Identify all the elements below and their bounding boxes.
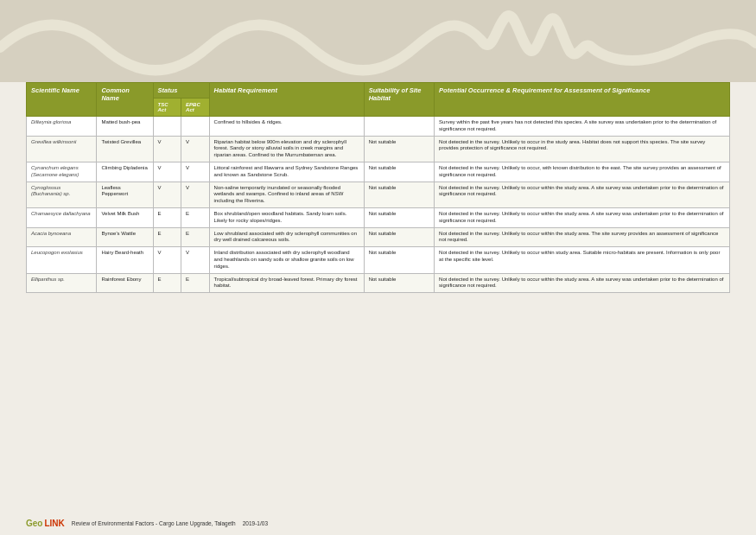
cell-potential: Not detected in the survey. Unlikely to … [435, 227, 730, 247]
table-row: Cynanchum elegans (Secamone elegans) Cli… [27, 162, 730, 182]
cell-habitat: Littoral rainforest and Illawarra and Sy… [209, 162, 364, 182]
cell-epbc [181, 117, 210, 137]
logo-geo-text: Geo [26, 519, 42, 528]
cell-tsc: E [153, 273, 181, 293]
cell-scientific: Acacia bynoeana [27, 227, 97, 247]
header-scientific-name: Scientific Name [27, 83, 97, 117]
table-row: Ellipanthus sp. Rainforest Ebony E E Tro… [27, 273, 730, 293]
wave-decoration [0, 0, 756, 82]
cell-habitat: Tropical/subtropical dry broad-leaved fo… [209, 273, 364, 293]
cell-suitability: Not suitable [364, 136, 434, 162]
species-table: Scientific Name Common Name Status Habit… [26, 82, 730, 293]
cell-potential: Not detected in the survey. Unlikely to … [435, 182, 730, 207]
cell-common: Leafless Pepperwort [97, 182, 153, 207]
footer-title: Review of Environmental Factors - Cargo … [72, 520, 236, 526]
cell-common: Matted bush-pea [97, 117, 153, 137]
header-tsc: TSC Act [153, 99, 181, 117]
cell-scientific: Chamaesyce dallachyana [27, 207, 97, 227]
header-habitat: Habitat Requirement [209, 83, 364, 117]
cell-common: Rainforest Ebony [97, 273, 153, 293]
table-row: Chamaesyce dallachyana Velvet Milk Bush … [27, 207, 730, 227]
cell-habitat: Riparian habitat below 900m elevation an… [209, 136, 364, 162]
cell-scientific: Cynanchum elegans (Secamone elegans) [27, 162, 97, 182]
cell-common: Hairy Beard-heath [97, 247, 153, 273]
cell-epbc: V [181, 247, 210, 273]
cell-scientific: Leucopogon exolasius [27, 247, 97, 273]
cell-suitability: Not suitable [364, 207, 434, 227]
cell-common: Bynoe's Wattle [97, 227, 153, 247]
cell-tsc: V [153, 247, 181, 273]
cell-tsc: V [153, 136, 181, 162]
footer: GeoLINK Review of Environmental Factors … [26, 519, 730, 528]
cell-epbc: E [181, 273, 210, 293]
cell-suitability: Not suitable [364, 162, 434, 182]
table-row: Cynoglossus (Buchanania) sp. Leafless Pe… [27, 182, 730, 207]
cell-epbc: V [181, 182, 210, 207]
cell-tsc: V [153, 182, 181, 207]
cell-tsc: V [153, 162, 181, 182]
cell-tsc: E [153, 207, 181, 227]
footer-reference: 2019-1/03 [243, 520, 268, 526]
cell-potential: Not detected in the survey. Unlikely to … [435, 162, 730, 182]
cell-potential: Not detected in the survey. Unlikely to … [435, 273, 730, 293]
cell-suitability: Not suitable [364, 227, 434, 247]
cell-epbc: E [181, 227, 210, 247]
header-epbc: EPBC Act [181, 99, 210, 117]
cell-suitability: Not suitable [364, 247, 434, 273]
cell-suitability [364, 117, 434, 137]
cell-potential: Not detected in the survey. Unlikely to … [435, 136, 730, 162]
table-body: Dillwynia gloriosa Matted bush-pea Confi… [27, 117, 730, 293]
cell-habitat: Non-saline temporarily inundated or seas… [209, 182, 364, 207]
table-header-row: Scientific Name Common Name Status Habit… [27, 83, 730, 99]
table-row: Leucopogon exolasius Hairy Beard-heath V… [27, 247, 730, 273]
cell-epbc: V [181, 162, 210, 182]
header-common-name: Common Name [97, 83, 153, 117]
logo-link-text: LINK [44, 519, 64, 528]
company-logo: GeoLINK [26, 519, 65, 528]
cell-habitat: Low shrubland associated with dry sclero… [209, 227, 364, 247]
cell-habitat: Inland distribution associated with dry … [209, 247, 364, 273]
cell-epbc: E [181, 207, 210, 227]
header-potential: Potential Occurrence & Requirement for A… [435, 83, 730, 117]
main-content: Scientific Name Common Name Status Habit… [26, 82, 730, 509]
cell-common: Climbing Dipladenia [97, 162, 153, 182]
cell-potential: Not detected in the survey. Unlikely to … [435, 247, 730, 273]
table-row: Acacia bynoeana Bynoe's Wattle E E Low s… [27, 227, 730, 247]
cell-habitat: Box shrubland/open woodland habitats. Sa… [209, 207, 364, 227]
cell-scientific: Ellipanthus sp. [27, 273, 97, 293]
cell-habitat: Confined to hillsides & ridges. [209, 117, 364, 137]
header-status: Status [153, 83, 209, 99]
cell-tsc [153, 117, 181, 137]
table-row: Dillwynia gloriosa Matted bush-pea Confi… [27, 117, 730, 137]
cell-suitability: Not suitable [364, 273, 434, 293]
cell-scientific: Grevillea wilkinsonii [27, 136, 97, 162]
cell-suitability: Not suitable [364, 182, 434, 207]
cell-potential: Survey within the past five years has no… [435, 117, 730, 137]
cell-scientific: Cynoglossus (Buchanania) sp. [27, 182, 97, 207]
cell-tsc: E [153, 227, 181, 247]
cell-potential: Not detected in the survey. Unlikely to … [435, 207, 730, 227]
cell-common: Velvet Milk Bush [97, 207, 153, 227]
cell-common: Twisted Grevillea [97, 136, 153, 162]
cell-epbc: V [181, 136, 210, 162]
header-suitability: Suitability of Site Habitat [364, 83, 434, 117]
cell-scientific: Dillwynia gloriosa [27, 117, 97, 137]
table-row: Grevillea wilkinsonii Twisted Grevillea … [27, 136, 730, 162]
